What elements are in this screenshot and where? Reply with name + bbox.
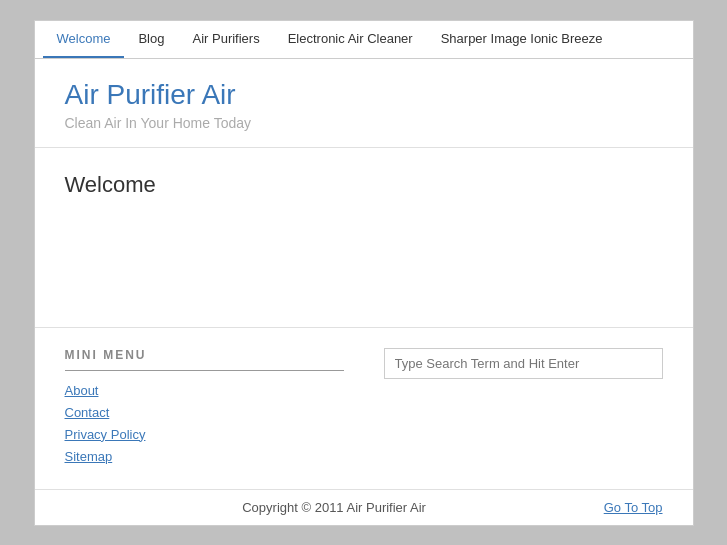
main-content: Welcome	[35, 148, 693, 328]
list-item: Privacy Policy	[65, 425, 344, 443]
mini-menu-sitemap[interactable]: Sitemap	[65, 449, 113, 464]
tab-air-purifiers[interactable]: Air Purifiers	[178, 21, 273, 58]
mini-menu-list: About Contact Privacy Policy Sitemap	[65, 381, 344, 465]
mini-menu-contact[interactable]: Contact	[65, 405, 110, 420]
search-area	[384, 348, 663, 469]
footer: Copyright © 2011 Air Purifier Air Go To …	[35, 490, 693, 525]
copyright: Copyright © 2011 Air Purifier Air	[65, 500, 604, 515]
tab-blog[interactable]: Blog	[124, 21, 178, 58]
mini-menu: MINI MENU About Contact Privacy Policy S…	[65, 348, 344, 469]
nav-bar: Welcome Blog Air Purifiers Electronic Ai…	[35, 21, 693, 59]
tab-sharper-image-ionic-breeze[interactable]: Sharper Image Ionic Breeze	[427, 21, 617, 58]
site-header: Air Purifier Air Clean Air In Your Home …	[35, 59, 693, 148]
search-input[interactable]	[384, 348, 663, 379]
page-wrapper: Welcome Blog Air Purifiers Electronic Ai…	[34, 20, 694, 526]
list-item: Sitemap	[65, 447, 344, 465]
go-to-top-link[interactable]: Go To Top	[604, 500, 663, 515]
tab-welcome[interactable]: Welcome	[43, 21, 125, 58]
bottom-section: MINI MENU About Contact Privacy Policy S…	[35, 328, 693, 490]
list-item: About	[65, 381, 344, 399]
mini-menu-about[interactable]: About	[65, 383, 99, 398]
site-title: Air Purifier Air	[65, 79, 663, 111]
list-item: Contact	[65, 403, 344, 421]
welcome-heading: Welcome	[65, 172, 663, 198]
mini-menu-title: MINI MENU	[65, 348, 344, 371]
mini-menu-privacy-policy[interactable]: Privacy Policy	[65, 427, 146, 442]
site-subtitle: Clean Air In Your Home Today	[65, 115, 663, 131]
tab-electronic-air-cleaner[interactable]: Electronic Air Cleaner	[274, 21, 427, 58]
